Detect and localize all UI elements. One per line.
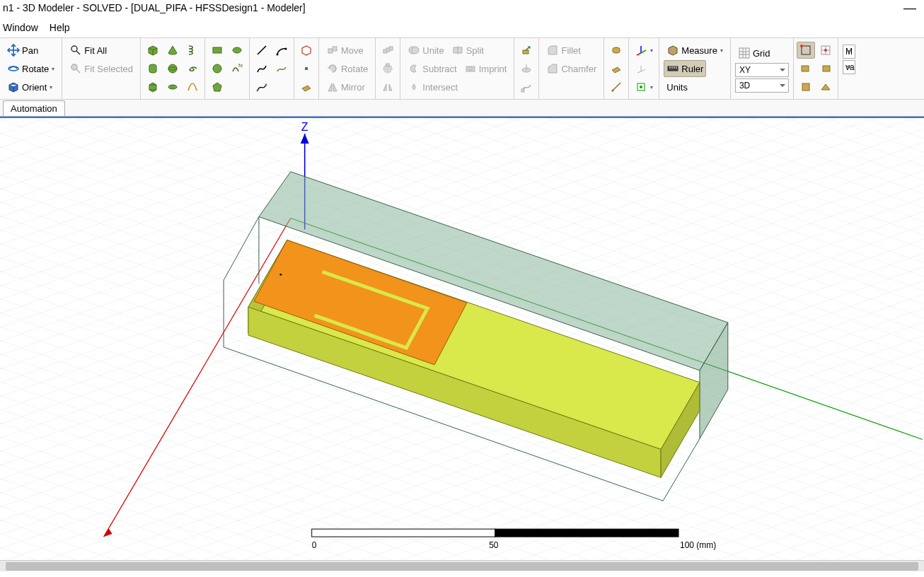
circle-icon[interactable]: [208, 60, 226, 77]
point-icon[interactable]: [253, 78, 271, 95]
rectangle-icon[interactable]: [208, 42, 226, 59]
torus-icon[interactable]: [163, 78, 182, 95]
svg-marker-34: [383, 84, 386, 91]
relative-cs-icon[interactable]: [632, 60, 650, 77]
regular-polyhedron-icon[interactable]: [144, 78, 162, 95]
svg-point-49: [612, 90, 614, 92]
rotate-button[interactable]: Rotate▾: [4, 60, 57, 77]
rotate-cmd-icon: [326, 62, 339, 75]
rotate-icon: [7, 62, 20, 75]
sweep-icon[interactable]: [297, 42, 316, 59]
helix-icon[interactable]: [183, 42, 202, 59]
arc-icon[interactable]: [272, 42, 291, 59]
spiral-icon[interactable]: [183, 60, 202, 77]
split-icon: [451, 44, 464, 57]
svg-rect-96: [495, 529, 678, 537]
chamfer-button[interactable]: Chamfer: [543, 60, 599, 77]
snap-center-icon[interactable]: [797, 78, 815, 95]
line-icon[interactable]: [253, 42, 271, 59]
imprint-icon: [464, 62, 477, 75]
svg-text:0: 0: [312, 540, 317, 550]
split-button[interactable]: Split: [449, 42, 487, 59]
svg-point-57: [640, 86, 642, 88]
measure-button[interactable]: Measure▾: [664, 42, 726, 59]
spline-icon[interactable]: [253, 60, 271, 77]
equation-line-icon[interactable]: [272, 60, 291, 77]
grid-button[interactable]: Grid: [735, 45, 773, 62]
svg-point-22: [257, 90, 259, 92]
orient-icon: [7, 81, 20, 93]
equation-curve-icon[interactable]: fx: [228, 60, 246, 77]
svg-point-3: [71, 46, 77, 52]
unite-button[interactable]: Unite: [405, 42, 446, 59]
space-select[interactable]: 3D: [735, 78, 789, 93]
box-va[interactable]: va: [843, 60, 855, 74]
snap-vertex-icon[interactable]: [797, 42, 815, 59]
tab-bar: Automation: [0, 100, 924, 117]
snap-edge-icon[interactable]: [797, 60, 815, 77]
viewport-3d[interactable]: Z 0 50 100 (mm): [0, 117, 924, 560]
menu-help[interactable]: Help: [50, 22, 70, 33]
svg-point-37: [412, 47, 419, 54]
intersect-button[interactable]: Intersect: [405, 78, 461, 95]
horizontal-scrollbar[interactable]: [0, 560, 924, 571]
svg-point-8: [168, 64, 177, 73]
svg-rect-74: [802, 66, 809, 71]
svg-point-21: [284, 48, 287, 50]
fit-all-icon: [69, 44, 82, 57]
create-3d-component-icon[interactable]: [607, 78, 625, 95]
svg-rect-25: [328, 49, 333, 53]
orient-button[interactable]: Orient▾: [4, 78, 55, 95]
sweep-along-path-icon[interactable]: [517, 78, 536, 95]
svg-rect-95: [312, 529, 495, 537]
ruler-button[interactable]: Ruler: [664, 60, 706, 77]
window-minimize-icon[interactable]: —: [896, 0, 924, 18]
imprint-button[interactable]: Imprint: [461, 60, 510, 77]
plane-icon[interactable]: [297, 78, 316, 95]
svg-point-89: [279, 274, 282, 276]
sweep-around-axis-icon[interactable]: [517, 60, 536, 77]
rotate-cmd-button[interactable]: Rotate: [323, 60, 371, 77]
point-small-icon[interactable]: [297, 60, 316, 77]
sweep-along-vector-icon[interactable]: [517, 42, 536, 59]
face-cs-icon[interactable]: ▾: [632, 78, 656, 95]
box-m[interactable]: M: [843, 45, 855, 59]
move-button[interactable]: Move: [323, 42, 366, 59]
fit-all-button[interactable]: Fit All: [67, 42, 110, 59]
pan-button[interactable]: Pan: [4, 42, 41, 59]
scrollbar-thumb[interactable]: [6, 562, 918, 571]
tab-automation[interactable]: Automation: [3, 100, 65, 116]
cylinder-icon[interactable]: [144, 60, 162, 77]
polygon-icon[interactable]: [208, 78, 226, 95]
svg-rect-14: [213, 47, 221, 53]
svg-text:50: 50: [489, 540, 499, 550]
fillet-button[interactable]: Fillet: [543, 42, 583, 59]
bondwire-icon[interactable]: [183, 78, 202, 95]
fit-selected-button[interactable]: Fit Selected: [67, 60, 136, 77]
coordinate-system-icon[interactable]: ▾: [632, 42, 656, 59]
snap-grid-icon[interactable]: [816, 42, 835, 59]
wrap-sheet-icon[interactable]: [607, 60, 625, 77]
svg-marker-18: [213, 83, 221, 91]
cone-icon[interactable]: [163, 42, 182, 59]
sphere-icon[interactable]: [163, 60, 182, 77]
snap-face-icon[interactable]: [816, 60, 835, 77]
thicken-sheet-icon[interactable]: [607, 42, 625, 59]
svg-line-55: [637, 71, 641, 73]
intersect-icon: [408, 81, 420, 93]
svg-marker-35: [389, 84, 392, 91]
menu-window[interactable]: Window: [3, 22, 38, 33]
units-button[interactable]: Units: [664, 78, 691, 95]
duplicate-along-line-icon[interactable]: [379, 42, 397, 59]
plane-select[interactable]: XY: [735, 63, 789, 77]
subtract-button[interactable]: Subtract: [405, 60, 459, 77]
box-icon[interactable]: [144, 42, 162, 59]
duplicate-mirror-icon[interactable]: [379, 78, 397, 95]
svg-line-51: [641, 50, 646, 53]
ellipse-icon[interactable]: [228, 42, 246, 59]
fillet-icon: [546, 44, 559, 57]
svg-line-52: [637, 53, 641, 55]
mirror-button[interactable]: Mirror: [323, 78, 368, 95]
duplicate-around-axis-icon[interactable]: [379, 60, 397, 77]
snap-axis-icon[interactable]: [816, 78, 835, 95]
